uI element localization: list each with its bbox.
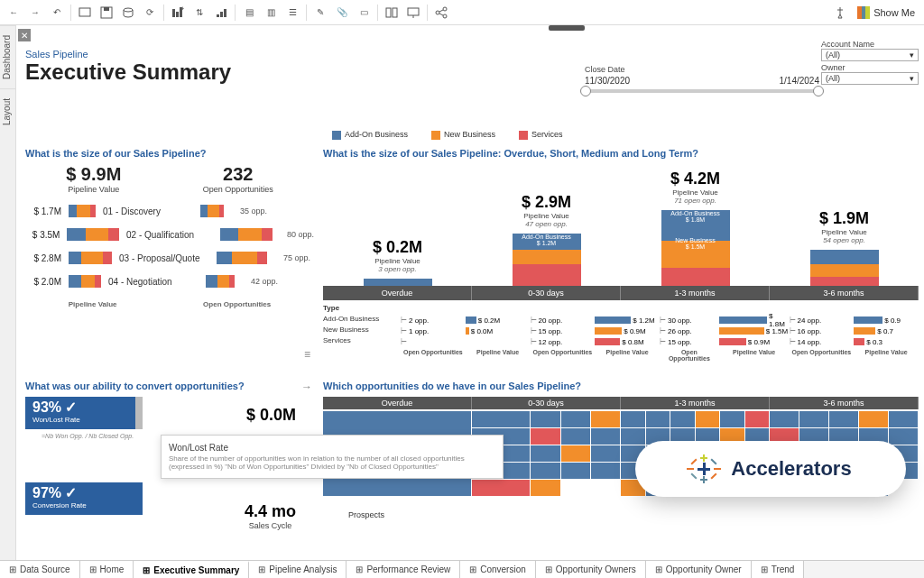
card-pipeline-size[interactable]: What is the size of our Sales Pipeline? … — [25, 148, 314, 362]
tableau-logo-icon — [689, 454, 718, 483]
card-pipeline-term[interactable]: What is the size of our Sales Pipeline: … — [323, 148, 919, 362]
svg-point-15 — [443, 7, 447, 11]
right-filters: Account Name (All) Owner (All) — [821, 38, 919, 85]
sheet-icon: ⊞ — [356, 564, 363, 574]
svg-point-3 — [124, 8, 133, 12]
svg-point-16 — [443, 14, 447, 18]
stage-row[interactable]: $ 2.0M 04 - Negotiation 42 opp. — [25, 275, 314, 288]
dashboard-header: Sales Pipeline Executive Summary — [25, 49, 231, 85]
show-labels-icon[interactable]: ☰ — [282, 3, 302, 23]
drag-handle[interactable] — [549, 25, 585, 31]
show-me-button[interactable]: Show Me — [852, 6, 920, 19]
back-icon[interactable]: ← — [4, 3, 23, 23]
device-preview-icon[interactable] — [75, 3, 95, 23]
scrollbar[interactable] — [135, 397, 143, 429]
new-datasource-icon[interactable] — [118, 3, 138, 23]
svg-rect-10 — [224, 9, 226, 17]
fit-icon[interactable]: ▭ — [354, 3, 374, 23]
sidetab-layout[interactable]: Layout — [0, 88, 15, 134]
date-slider[interactable] — [585, 89, 819, 93]
tab-data-source[interactable]: ⊞Data Source — [0, 561, 80, 578]
svg-rect-13 — [408, 8, 419, 15]
tab-opportunity-owners[interactable]: ⊞Opportunity Owners — [536, 561, 646, 578]
stage-row[interactable]: $ 2.8M 03 - Proposal/Quote 75 opp. — [25, 252, 314, 264]
sidetab-dashboard[interactable]: Dashboard — [0, 25, 15, 88]
sheet-icon: ⊞ — [469, 564, 476, 574]
tab-pipeline-analysis[interactable]: ⊞Pipeline Analysis — [249, 561, 346, 578]
tab-conversion[interactable]: ⊞Conversion — [460, 561, 536, 578]
stage-row[interactable]: $ 3.5M 02 - Qualification 80 opp. — [25, 228, 314, 241]
sheet-icon: ⊞ — [655, 564, 662, 574]
breadcrumb: Sales Pipeline — [25, 49, 231, 60]
undo-icon[interactable]: ↶ — [47, 3, 67, 23]
forward-icon[interactable]: → — [25, 3, 45, 23]
top-toolbar: ← → ↶ ⟳ + ⇅ ▤ ▥ ☰ ✎ 📎 ▭ Show Me — [0, 0, 924, 25]
refresh-icon[interactable]: ⟳ — [140, 3, 160, 23]
datasource-icon: ⊞ — [9, 564, 16, 574]
svg-rect-12 — [393, 8, 397, 17]
side-tabs: Dashboard Layout — [0, 25, 16, 560]
tooltip: Won/Lost Rate Share of the number of opp… — [161, 435, 504, 479]
close-icon[interactable]: ✕ — [18, 29, 31, 41]
swap-icon[interactable]: ⇅ — [189, 3, 209, 23]
clip-icon[interactable]: 📎 — [332, 3, 352, 23]
stage-row[interactable]: $ 1.7M 01 - Discovery 35 opp. — [25, 205, 314, 217]
svg-text:+: + — [180, 6, 184, 13]
new-worksheet-icon[interactable]: + — [168, 3, 188, 23]
show-cards-icon[interactable] — [382, 3, 402, 23]
sheet-tabs: ⊞Data Source ⊞Home⊞Executive Summary⊞Pip… — [0, 560, 924, 578]
save-icon[interactable] — [97, 3, 116, 23]
menu-icon[interactable]: ≡ — [304, 348, 310, 361]
sheet-icon: ⊞ — [258, 564, 265, 574]
sheet-icon: ⊞ — [89, 564, 97, 574]
sheet-icon: ⊞ — [545, 564, 552, 574]
svg-rect-11 — [386, 8, 391, 17]
svg-rect-4 — [172, 9, 175, 17]
page-title: Executive Summary — [25, 60, 231, 85]
won-lost-rate[interactable]: 93% ✓ Won/Lost Rate — [25, 397, 143, 429]
tab-home[interactable]: ⊞Home — [80, 561, 134, 578]
owner-select[interactable]: (All) — [821, 72, 919, 85]
group-icon[interactable]: ▤ — [239, 3, 259, 23]
dashboard-canvas: ✕ Sales Pipeline Executive Summary Close… — [16, 25, 924, 560]
tab-executive-summary[interactable]: ⊞Executive Summary — [134, 561, 249, 578]
share-icon[interactable] — [431, 3, 451, 23]
svg-rect-0 — [79, 8, 90, 16]
showme-icon — [857, 6, 870, 19]
account-name-select[interactable]: (All) — [821, 49, 919, 61]
tab-opportunity-owner[interactable]: ⊞Opportunity Owner — [646, 561, 752, 578]
sheet-icon: ⊞ — [761, 564, 768, 574]
sort-asc-icon[interactable] — [211, 3, 231, 23]
accelerators-badge: Accelerators — [635, 441, 906, 497]
arrow-icon[interactable]: → — [301, 381, 312, 393]
svg-rect-9 — [220, 12, 223, 17]
close-date-filter[interactable]: Close Date 11/30/20201/14/2024 — [585, 65, 819, 93]
svg-rect-5 — [176, 12, 179, 17]
sheet-icon: ⊞ — [143, 565, 150, 575]
highlight-icon[interactable]: ✎ — [310, 3, 330, 23]
tab-performance-review[interactable]: ⊞Performance Review — [346, 561, 460, 578]
svg-rect-8 — [217, 14, 219, 17]
pin-icon[interactable] — [830, 3, 850, 23]
svg-rect-2 — [104, 7, 109, 11]
color-legend: Add-On Business New Business Services — [332, 130, 563, 140]
svg-point-14 — [436, 11, 439, 14]
ungroup-icon[interactable]: ▥ — [261, 3, 281, 23]
conversion-rate[interactable]: 97% ✓ Conversion Rate — [25, 482, 143, 515]
tab-trend[interactable]: ⊞Trend — [752, 561, 805, 578]
presentation-icon[interactable] — [403, 3, 423, 23]
